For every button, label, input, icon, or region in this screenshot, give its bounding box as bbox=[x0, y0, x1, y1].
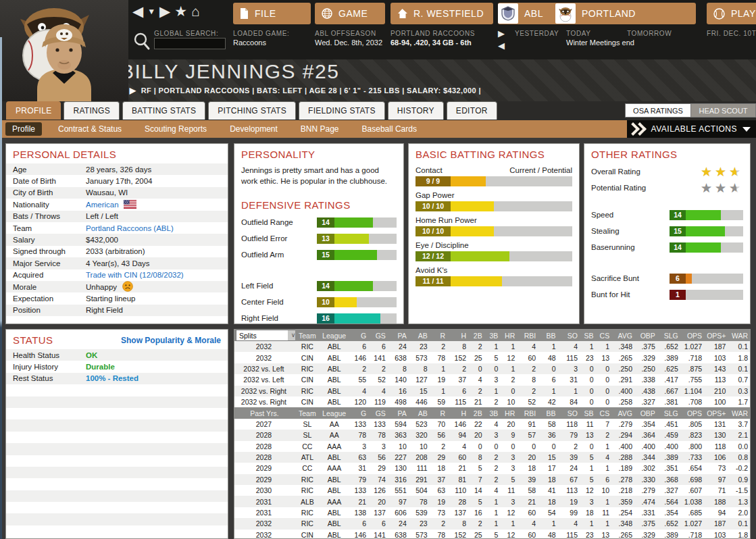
bookmark-star-icon[interactable]: ★ bbox=[174, 3, 191, 19]
sim-back-icon[interactable]: ◀ bbox=[498, 41, 505, 51]
yesterday-label[interactable]: YESTERDAY bbox=[515, 30, 559, 37]
stats-row[interactable]: 2031ALBAAA21209778192851321181931.359.47… bbox=[234, 496, 750, 507]
column-header-slg[interactable]: SLG bbox=[657, 330, 680, 341]
column-header-obp[interactable]: OBP bbox=[634, 330, 657, 341]
subtab-baseball-cards[interactable]: Baseball Cards bbox=[355, 122, 424, 136]
sim-forward-icon[interactable]: ▶ bbox=[498, 28, 505, 38]
subtab-scouting-reports[interactable]: Scouting Reports bbox=[138, 122, 213, 136]
column-header-g[interactable]: G bbox=[349, 407, 368, 418]
column-header-h[interactable]: H bbox=[447, 330, 468, 341]
column-header-r[interactable]: R bbox=[430, 330, 448, 341]
column-header-rbi[interactable]: RBI bbox=[517, 407, 538, 418]
subtab-bnn-page[interactable]: BNN Page bbox=[294, 122, 346, 136]
stats-row[interactable]: 2028CCAAA3310102400000201.400.400.400.80… bbox=[234, 441, 750, 452]
column-header-league[interactable]: League bbox=[322, 330, 349, 341]
stats-row[interactable]: 2032 vs. RightCINABL12011949844659115212… bbox=[234, 396, 750, 407]
tab-editor[interactable]: EDITOR bbox=[447, 101, 497, 120]
home-icon[interactable]: ⌂ bbox=[191, 3, 204, 19]
menu-file-button[interactable]: FILE bbox=[233, 3, 311, 24]
column-header-splits[interactable]: Splits∨ bbox=[234, 330, 295, 341]
nav-dropdown-icon[interactable]: ▼ bbox=[147, 7, 159, 16]
column-header-league[interactable]: League bbox=[322, 407, 349, 418]
menu-play-button[interactable]: PLAY bbox=[707, 3, 756, 24]
menu-manager-button[interactable]: R. WESTFIELD bbox=[390, 3, 493, 24]
column-header-pa[interactable]: PA bbox=[388, 407, 409, 418]
splits-dropdown[interactable]: Splits∨ bbox=[236, 330, 295, 341]
column-header-hr[interactable]: HR bbox=[500, 330, 517, 341]
column-header-2b[interactable]: 2B bbox=[468, 407, 484, 418]
column-header-sb[interactable]: SB bbox=[580, 407, 596, 418]
column-header-gs[interactable]: GS bbox=[368, 330, 388, 341]
stats-row[interactable]: 2030RICABL133126551504631101441158411131… bbox=[234, 485, 750, 496]
column-header-cs[interactable]: CS bbox=[596, 330, 612, 341]
detail-value[interactable]: Trade with CIN (12/08/2032) bbox=[86, 271, 184, 279]
stats-row[interactable]: 2031RICABL138137606539731371611260549918… bbox=[234, 507, 750, 518]
show-popularity-morale-link[interactable]: Show Popularity & Morale bbox=[121, 336, 221, 345]
column-header-so[interactable]: SO bbox=[558, 330, 580, 341]
column-header-h[interactable]: H bbox=[447, 407, 468, 418]
column-header-avg[interactable]: AVG bbox=[611, 330, 634, 341]
tab-batting-stats[interactable]: BATTING STATS bbox=[122, 101, 205, 120]
column-header-so[interactable]: SO bbox=[558, 407, 580, 418]
stats-row[interactable]: 2032 vs. LeftRICABL22881200120300.250.25… bbox=[234, 363, 750, 374]
column-header-war[interactable]: WAR bbox=[728, 407, 750, 418]
column-header-3b[interactable]: 3B bbox=[484, 407, 501, 418]
stats-row[interactable]: 2029CCAAA3129130111182152318172411.189.3… bbox=[234, 463, 750, 473]
column-header-ab[interactable]: AB bbox=[409, 330, 430, 341]
column-header-g[interactable]: G bbox=[349, 330, 368, 341]
column-header-war[interactable]: WAR bbox=[728, 330, 750, 341]
tab-ratings[interactable]: RATINGS bbox=[64, 101, 120, 120]
menu-league-button[interactable]: ABL bbox=[498, 3, 561, 24]
column-header-ops[interactable]: OPS+ bbox=[704, 407, 728, 418]
stats-row[interactable]: 2028ATLABL6356227208296082320153954.288.… bbox=[234, 452, 750, 463]
column-header-splits[interactable]: Past Yrs. bbox=[234, 407, 295, 418]
tab-history[interactable]: HISTORY bbox=[388, 101, 444, 120]
stats-row[interactable]: 2032CINABL146141638573781522551260481152… bbox=[234, 352, 750, 363]
stats-row[interactable]: 2032CINABL146141638573781522551260481152… bbox=[234, 530, 750, 539]
column-header-r[interactable]: R bbox=[430, 407, 448, 418]
column-header-ops[interactable]: OPS bbox=[680, 407, 704, 418]
nav-forward-icon[interactable]: ▶ bbox=[159, 3, 174, 19]
stats-row[interactable]: 2029RICABL7974316291378172539186756.278.… bbox=[234, 474, 750, 485]
subtab-profile[interactable]: Profile bbox=[5, 122, 42, 136]
column-header-ops[interactable]: OPS+ bbox=[704, 330, 728, 341]
column-header-bb[interactable]: BB bbox=[538, 330, 557, 341]
column-header-sb[interactable]: SB bbox=[580, 330, 596, 341]
column-header-2b[interactable]: 2B bbox=[468, 330, 484, 341]
tomorrow-label[interactable]: TOMORROW bbox=[627, 30, 672, 37]
column-header-cs[interactable]: CS bbox=[596, 407, 612, 418]
available-actions-button[interactable]: AVAILABLE ACTIONS bbox=[647, 120, 756, 138]
today-label[interactable]: TODAY bbox=[566, 30, 591, 37]
column-header-hr[interactable]: HR bbox=[500, 407, 517, 418]
detail-value[interactable]: American bbox=[86, 200, 136, 209]
column-header-obp[interactable]: OBP bbox=[634, 407, 657, 418]
tab-profile[interactable]: PROFILE bbox=[6, 101, 61, 120]
column-header-avg[interactable]: AVG bbox=[611, 407, 634, 418]
subtab-contract-status[interactable]: Contract & Status bbox=[51, 122, 128, 136]
tab-fielding-stats[interactable]: FIELDING STATS bbox=[299, 101, 385, 120]
column-header-team[interactable]: Team bbox=[295, 407, 322, 418]
column-header-team[interactable]: Team bbox=[295, 330, 322, 341]
column-header-slg[interactable]: SLG bbox=[657, 407, 680, 418]
stats-row[interactable]: 2032RICABL6624232821141411.348.375.6521.… bbox=[234, 341, 750, 352]
column-header-ab[interactable]: AB bbox=[409, 407, 430, 418]
global-search-input[interactable] bbox=[154, 38, 226, 49]
menu-game-button[interactable]: GAME bbox=[315, 3, 385, 24]
column-header-pa[interactable]: PA bbox=[388, 330, 409, 341]
tab-pitching-stats[interactable]: PITCHING STATS bbox=[208, 101, 296, 120]
subtab-development[interactable]: Development bbox=[223, 122, 284, 136]
detail-value[interactable]: Portland Raccoons (ABL) bbox=[86, 224, 174, 232]
stats-row[interactable]: 2027SLAA13313359452370146224209158118117… bbox=[234, 419, 750, 430]
head-scout-toggle[interactable]: HEAD SCOUT bbox=[691, 103, 756, 118]
stats-row[interactable]: 2028SLAA787836332056942039573679132.294.… bbox=[234, 430, 750, 440]
stats-row[interactable]: 2032 vs. RightRICABL4416151621021100.400… bbox=[234, 386, 750, 396]
column-header-gs[interactable]: GS bbox=[368, 407, 388, 418]
menu-team-button[interactable]: PORTLAND bbox=[555, 3, 696, 24]
osa-ratings-toggle[interactable]: OSA RATINGS bbox=[625, 103, 691, 118]
stats-row[interactable]: 2032 vs. LeftCINABL555214012719374328631… bbox=[234, 374, 750, 385]
column-header-bb[interactable]: BB bbox=[538, 407, 557, 418]
column-header-rbi[interactable]: RBI bbox=[517, 330, 538, 341]
next-player-icon[interactable]: ▶ bbox=[130, 86, 136, 95]
stats-row[interactable]: 2032RICABL6624232821141411.348.375.6521.… bbox=[234, 518, 750, 529]
column-header-3b[interactable]: 3B bbox=[484, 330, 501, 341]
